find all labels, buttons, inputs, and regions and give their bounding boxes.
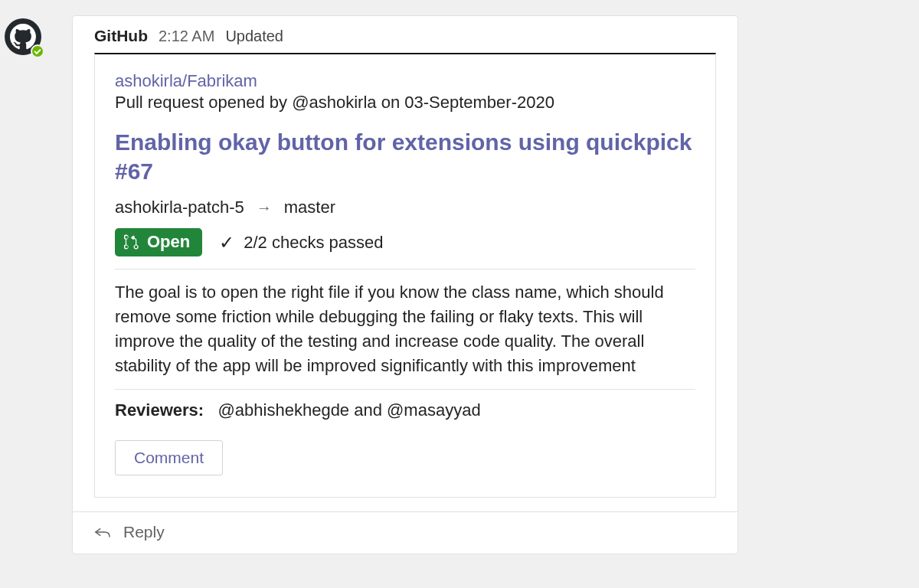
checks-status: ✓ 2/2 checks passed bbox=[219, 232, 383, 253]
reviewers-list: @abhishekhegde and @masayyad bbox=[218, 400, 481, 420]
sender-avatar[interactable] bbox=[5, 18, 43, 57]
message-timestamp: 2:12 AM bbox=[159, 28, 214, 45]
message-header: GitHub 2:12 AM Updated bbox=[73, 16, 737, 53]
pr-title-link[interactable]: Enabling okay button for extensions usin… bbox=[115, 128, 695, 185]
reply-icon bbox=[94, 525, 111, 539]
open-status-label: Open bbox=[147, 232, 190, 252]
reply-placeholder: Reply bbox=[123, 523, 165, 541]
git-pull-request-icon bbox=[124, 234, 139, 250]
comment-button[interactable]: Comment bbox=[115, 440, 223, 475]
reviewers-row: Reviewers: @abhishekhegde and @masayyad bbox=[115, 400, 695, 420]
target-branch: master bbox=[284, 198, 335, 217]
branch-row: ashokirla-patch-5 → master bbox=[115, 198, 695, 217]
divider bbox=[115, 389, 695, 390]
opened-by-text: Pull request opened by @ashokirla on 03-… bbox=[115, 93, 695, 113]
source-branch: ashokirla-patch-5 bbox=[115, 198, 244, 217]
message-edit-status: Updated bbox=[225, 28, 283, 45]
adaptive-card: ashokirla/Fabrikam Pull request opened b… bbox=[94, 53, 716, 498]
arrow-right-icon: → bbox=[257, 199, 272, 217]
divider bbox=[115, 269, 695, 270]
status-row: Open ✓ 2/2 checks passed bbox=[115, 228, 695, 256]
presence-available-icon bbox=[31, 44, 44, 58]
sender-name[interactable]: GitHub bbox=[94, 27, 148, 45]
message-card: GitHub 2:12 AM Updated ashokirla/Fabrika… bbox=[72, 15, 738, 554]
check-icon: ✓ bbox=[219, 232, 234, 253]
reviewers-label: Reviewers: bbox=[115, 400, 204, 420]
pr-description: The goal is to open the right file if yo… bbox=[115, 280, 695, 378]
reply-input[interactable]: Reply bbox=[73, 511, 737, 554]
repo-link[interactable]: ashokirla/Fabrikam bbox=[115, 71, 257, 91]
open-status-badge: Open bbox=[115, 228, 202, 256]
checks-text: 2/2 checks passed bbox=[244, 233, 383, 253]
